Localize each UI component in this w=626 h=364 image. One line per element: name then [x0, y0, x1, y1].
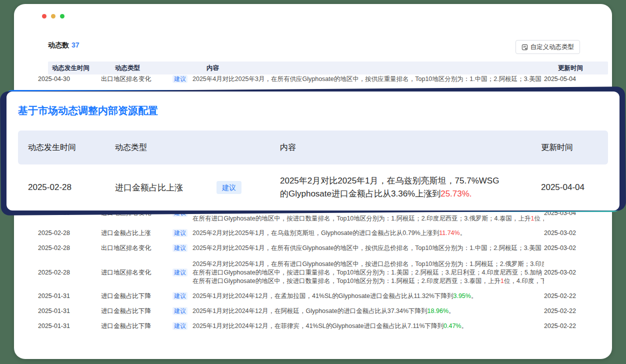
row-content: 2025年2月对比2025年1月，在乌兹别亮斯坦，75.7%WSG 的Glyph…	[280, 174, 541, 200]
suggestion-tag: 建议	[172, 268, 188, 276]
row-updated: 2025-03-02	[544, 230, 592, 236]
row-updated: 2025-02-22	[544, 322, 592, 330]
suggestion-tag: 建议	[216, 181, 242, 194]
highlight-header-content: 内容	[280, 142, 541, 153]
row-updated: 2025-03-02	[544, 244, 592, 252]
row-updated: 2025-05-04	[544, 76, 592, 82]
suggestion-tag: 建议	[172, 307, 188, 315]
header-content: 内容	[202, 64, 558, 72]
row-time: 2025-04-30	[38, 76, 101, 82]
row-content-line: 2025年2月对比2025年1月，在所有进口Glyphosate的地区中，按进口…	[192, 260, 544, 268]
highlight-header-type: 动态类型	[115, 142, 280, 153]
row-type: 进口金额占比下降	[101, 307, 172, 316]
row-time: 2025-01-31	[38, 292, 101, 300]
header-type: 动态类型	[115, 64, 186, 72]
row-content-line: 在所有进口Glyphosate的地区中，按进口数量排名，Top10地区分别为：1…	[192, 214, 544, 223]
highlight-table-header: 动态发生时间 动态类型 内容 更新时间	[18, 130, 608, 164]
suggestion-tag: 建议	[172, 322, 188, 330]
row-type: 出口地区排名变化	[101, 75, 172, 84]
customize-dynamic-type-button[interactable]: 自定义动态类型	[516, 40, 580, 54]
row-content-line: 在所有进口Glyphosate的地区中，按进口重量排名，Top10地区分别为：1…	[192, 268, 544, 277]
highlight-percentage: 25.73%.	[440, 189, 472, 198]
row-content-line: 2025年2月对比2025年1月，在乌兹别克斯坦，Glyphosate的进口金额…	[192, 229, 544, 238]
row-content: 2025年2月对比2025年1月，在乌兹别克斯坦，Glyphosate的进口金额…	[188, 229, 544, 238]
table-row[interactable]: 2025-01-31进口金额占比下降建议2025年1月对比2024年12月，在孟…	[34, 288, 594, 304]
form-settings-icon	[522, 44, 528, 50]
row-content: 2025年4月对比2025年3月，在所有供应Glyphosate的地区中，按供应…	[188, 75, 544, 84]
dynamics-count-label: 动态数	[48, 41, 69, 49]
table-row[interactable]: 2025-02-28进口金额占比上涨建议2025年2月对比2025年1月，在乌兹…	[34, 226, 594, 240]
row-content-line: 2025年1月对比2024年12月，在孟加拉国，41%SL的Glyphosate…	[192, 292, 544, 300]
row-time: 2025-02-28	[38, 269, 101, 276]
maximize-window-icon[interactable]	[60, 14, 64, 18]
table-row[interactable]: 2025-01-31进口金额占比下降建议2025年1月对比2024年12月，在菲…	[34, 318, 594, 334]
row-type: 进口地区排名变化	[101, 268, 172, 277]
table-row[interactable]: 2025-01-31进口金额占比下降建议2025年1月对比2024年12月，在阿…	[34, 304, 594, 318]
highlight-header-time: 动态发生时间	[28, 142, 115, 153]
window-controls	[42, 14, 64, 18]
row-content-line: 2025年1月对比2024年12月，在菲律宾，41%SL的Glyphosate进…	[192, 322, 544, 330]
row-content-line2: 的Glyphosate进口金额占比从3.36%上涨到25.73%.	[280, 188, 541, 200]
dynamics-count-value: 37	[72, 41, 80, 49]
row-time: 2025-01-31	[38, 308, 101, 314]
row-type: 进口金额占比下降	[101, 322, 172, 330]
row-content: 2025年1月对比2024年12月，在孟加拉国，41%SL的Glyphosate…	[188, 292, 544, 300]
row-time: 2025-01-31	[38, 322, 101, 330]
header-updated: 更新时间	[558, 64, 606, 72]
row-content-line: 在所有进口Glyphosate的地区中，按进口数量排名，Top10地区分别为：1…	[192, 277, 544, 286]
suggestion-tag: 建议	[172, 75, 188, 83]
row-content: 2025年1月对比2024年12月，在菲律宾，41%SL的Glyphosate进…	[188, 322, 544, 330]
row-updated: 2025-04-04	[541, 182, 608, 192]
row-type: 进口金额占比上涨	[115, 182, 183, 194]
dynamics-count: 动态数37	[48, 41, 80, 50]
customize-button-label: 自定义动态类型	[530, 43, 574, 52]
row-updated: 2025-03-02	[544, 269, 592, 276]
table-row[interactable]: 2025-02-28进口地区排名变化建议2025年2月对比2025年1月，在所有…	[34, 260, 594, 286]
close-window-icon[interactable]	[42, 14, 46, 18]
row-content-line1: 2025年2月对比2025年1月，在乌兹别亮斯坦，75.7%WSG	[280, 174, 541, 188]
table-row[interactable]: 2025-04-30出口地区排名变化建议2025年4月对比2025年3月，在所有…	[34, 72, 594, 86]
row-time: 2025-02-28	[38, 230, 101, 236]
suggestion-tag: 建议	[172, 292, 188, 300]
row-type: 出口地区排名变化	[101, 244, 172, 252]
row-time: 2025-02-28	[28, 182, 115, 192]
row-content-line: 2025年1月对比2024年12月，在阿根廷，Glyphosate的进口金额占比…	[192, 307, 544, 316]
row-content-line: 2025年2月对比2025年1月，在所有供应Glyphosate的地区中，按供应…	[192, 244, 544, 252]
highlight-table-row[interactable]: 2025-02-28 进口金额占比上涨 建议 2025年2月对比2025年1月，…	[18, 164, 608, 210]
row-updated: 2025-02-22	[544, 292, 592, 300]
row-updated: 2025-02-22	[544, 308, 592, 314]
minimize-window-icon[interactable]	[51, 14, 56, 18]
highlight-header-updated: 更新时间	[541, 142, 608, 153]
row-content: 2025年1月对比2024年12月，在阿根廷，Glyphosate的进口金额占比…	[188, 307, 544, 316]
header-time: 动态发生时间	[52, 64, 115, 72]
row-content-line: 2025年4月对比2025年3月，在所有供应Glyphosate的地区中，按供应…	[192, 75, 544, 84]
row-type: 进口金额占比下降	[101, 292, 172, 300]
row-content: 2025年2月对比2025年1月，在所有供应Glyphosate的地区中，按供应…	[188, 244, 544, 252]
row-time: 2025-02-28	[38, 244, 101, 252]
highlight-card-title: 基于市场动态调整内部资源配置	[18, 104, 608, 118]
suggestion-tag: 建议	[172, 229, 188, 237]
table-row[interactable]: 2025-02-28出口地区排名变化建议2025年2月对比2025年1月，在所有…	[34, 240, 594, 256]
row-type: 进口金额占比上涨	[101, 229, 172, 238]
highlight-card: 基于市场动态调整内部资源配置 动态发生时间 动态类型 内容 更新时间 2025-…	[5, 90, 621, 212]
row-content: 2025年2月对比2025年1月，在所有进口Glyphosate的地区中，按进口…	[188, 260, 544, 286]
suggestion-tag: 建议	[172, 244, 188, 252]
